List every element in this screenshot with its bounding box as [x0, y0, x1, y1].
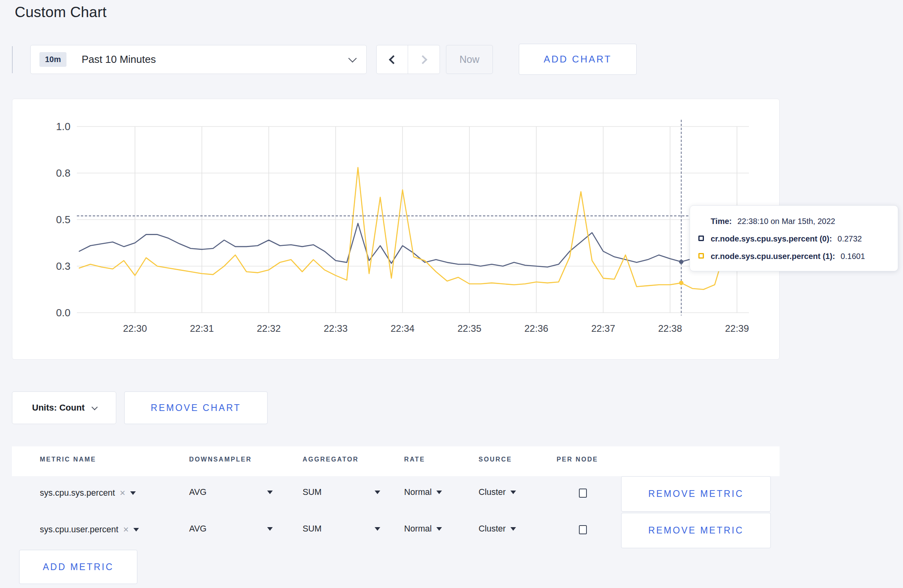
tooltip-series-label: cr.node.sys.cpu.sys.percent (0): [711, 234, 832, 243]
metric-name-select[interactable]: sys.cpu.sys.percent × [40, 487, 136, 498]
add-chart-button[interactable]: ADD CHART [519, 44, 637, 75]
remove-metric-button[interactable]: REMOVE METRIC [621, 513, 771, 548]
units-label: Units: Count [32, 403, 85, 413]
caret-down-icon [267, 491, 273, 494]
aggregator-select[interactable]: SUM [303, 524, 380, 534]
custom-chart-card: 0.00.30.50.81.022:3022:3122:3222:3322:34… [12, 99, 780, 360]
tooltip-series-row: cr.node.sys.cpu.sys.percent (0):0.2732 [711, 233, 890, 245]
caret-down-icon [375, 491, 380, 494]
caret-down-icon [375, 527, 380, 531]
tooltip-time-label: Time: [711, 217, 732, 226]
svg-text:1.0: 1.0 [56, 121, 70, 132]
series-swatch-icon [698, 236, 704, 241]
clear-metric-icon[interactable]: × [123, 524, 129, 535]
clear-metric-icon[interactable]: × [120, 487, 125, 498]
now-button[interactable]: Now [446, 45, 493, 74]
svg-text:0.0: 0.0 [56, 307, 70, 319]
rate-value: Normal [404, 524, 432, 534]
time-pager [376, 45, 440, 74]
svg-text:22:38: 22:38 [658, 323, 682, 334]
tooltip-time-value: 22:38:10 on Mar 15th, 2022 [737, 217, 835, 226]
tooltip-time-row: Time:22:38:10 on Mar 15th, 2022 [711, 215, 890, 227]
source-value: Cluster [479, 524, 506, 534]
chevron-down-icon [348, 54, 357, 62]
svg-text:22:30: 22:30 [123, 323, 147, 334]
aggregator-value: SUM [303, 524, 322, 534]
svg-text:22:32: 22:32 [257, 323, 281, 334]
svg-text:22:33: 22:33 [324, 323, 348, 334]
per-node-checkbox[interactable] [579, 489, 587, 498]
downsampler-value: AVG [189, 487, 207, 497]
metric-row: sys.cpu.user.percent × AVG SUM Normal Cl… [12, 513, 780, 549]
svg-text:0.5: 0.5 [56, 214, 70, 226]
chevron-left-icon [389, 55, 398, 64]
cpu-usage-chart[interactable]: 0.00.30.50.81.022:3022:3122:3222:3322:34… [12, 99, 780, 360]
downsampler-select[interactable]: AVG [189, 524, 273, 534]
series-swatch-icon [698, 253, 704, 259]
time-range-badge: 10m [39, 52, 66, 67]
svg-text:22:36: 22:36 [524, 323, 548, 334]
time-range-label: Past 10 Minutes [82, 53, 156, 66]
tooltip-series-label: cr.node.sys.cpu.user.percent (1): [711, 252, 835, 261]
column-header-aggregator: AGGREGATOR [303, 456, 359, 463]
remove-metric-button[interactable]: REMOVE METRIC [621, 476, 771, 512]
caret-down-icon [133, 528, 139, 532]
time-range-select[interactable]: 10m Past 10 Minutes [30, 45, 367, 74]
svg-text:0.3: 0.3 [56, 260, 70, 272]
svg-text:22:39: 22:39 [725, 323, 749, 334]
svg-text:22:31: 22:31 [190, 323, 214, 334]
tooltip-series-value: 0.2732 [838, 234, 862, 243]
caret-down-icon [510, 491, 516, 494]
source-select[interactable]: Cluster [479, 524, 516, 534]
units-select[interactable]: Units: Count [12, 391, 116, 424]
downsampler-value: AVG [189, 524, 207, 534]
remove-chart-button[interactable]: REMOVE CHART [124, 391, 268, 424]
caret-down-icon [130, 491, 136, 495]
tooltip-series-value: 0.1601 [840, 252, 865, 261]
metrics-table-header: METRIC NAME DOWNSAMPLER AGGREGATOR RATE … [12, 446, 780, 476]
add-metric-button[interactable]: ADD METRIC [19, 550, 137, 584]
time-back-button[interactable] [377, 45, 408, 74]
svg-text:0.8: 0.8 [56, 167, 70, 179]
rate-select[interactable]: Normal [404, 524, 442, 534]
chevron-down-icon [92, 404, 98, 410]
aggregator-value: SUM [303, 487, 322, 497]
aggregator-select[interactable]: SUM [303, 487, 380, 497]
chevron-right-icon [418, 55, 427, 64]
svg-text:22:34: 22:34 [391, 323, 414, 334]
caret-down-icon [436, 491, 442, 494]
source-value: Cluster [479, 487, 506, 497]
per-node-checkbox[interactable] [579, 525, 587, 534]
column-header-rate: RATE [404, 456, 425, 463]
toolbar-divider [12, 46, 13, 73]
rate-value: Normal [404, 487, 432, 497]
svg-text:22:37: 22:37 [591, 323, 615, 334]
page-title: Custom Chart [15, 4, 107, 21]
column-header-metric-name: METRIC NAME [40, 456, 96, 463]
metric-name-value: sys.cpu.user.percent [40, 525, 118, 535]
metric-name-value: sys.cpu.sys.percent [40, 488, 115, 498]
tooltip-series-row: cr.node.sys.cpu.user.percent (1):0.1601 [711, 250, 890, 262]
chart-tooltip: Time:22:38:10 on Mar 15th, 2022 cr.node.… [690, 205, 898, 271]
column-header-source: SOURCE [479, 456, 512, 463]
downsampler-select[interactable]: AVG [189, 487, 273, 497]
time-forward-button[interactable] [408, 45, 440, 74]
caret-down-icon [436, 527, 442, 531]
caret-down-icon [510, 527, 516, 531]
metric-row: sys.cpu.sys.percent × AVG SUM Normal Clu… [12, 476, 780, 512]
rate-select[interactable]: Normal [404, 487, 442, 497]
column-header-downsampler: DOWNSAMPLER [189, 456, 252, 463]
metric-name-select[interactable]: sys.cpu.user.percent × [40, 524, 139, 535]
source-select[interactable]: Cluster [479, 487, 516, 497]
svg-text:22:35: 22:35 [457, 323, 481, 334]
caret-down-icon [267, 527, 273, 531]
column-header-per-node: PER NODE [557, 456, 598, 463]
